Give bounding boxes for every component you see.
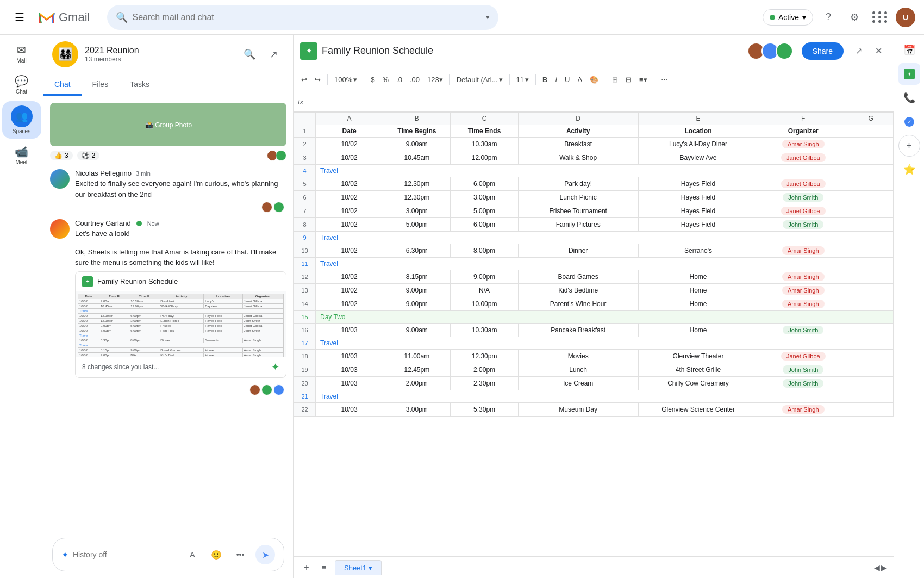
data-cell-e[interactable]: Glenview Science Center <box>638 403 758 417</box>
sheet-menu-button[interactable]: ≡ <box>317 561 330 574</box>
data-cell-d[interactable]: Lunch <box>518 363 638 377</box>
organizer-cell[interactable]: Janet Gilboa <box>758 151 848 165</box>
data-cell-a[interactable]: 10/02 <box>316 177 383 191</box>
header-cell-e[interactable]: Location <box>638 125 758 138</box>
organizer-cell[interactable]: Amar Singh <box>758 284 848 297</box>
organizer-cell[interactable]: Janet Gilboa <box>758 204 848 218</box>
scroll-right-icon[interactable]: ▶ <box>881 563 887 572</box>
data-cell-e[interactable]: Hayes Field <box>638 191 758 204</box>
data-cell-b[interactable]: 10.45am <box>383 151 451 165</box>
data-cell-d[interactable]: Kid's Bedtime <box>518 284 638 297</box>
data-cell-d[interactable]: Frisbee Tournament <box>518 204 638 218</box>
font-selector[interactable]: Default (Ari... ▾ <box>453 72 506 88</box>
data-cell-e[interactable]: Bayview Ave <box>638 151 758 165</box>
data-cell-c[interactable]: 12.00pm <box>451 151 518 165</box>
table-row[interactable]: 310/0210.45am12.00pmWalk & ShopBayview A… <box>294 151 894 165</box>
magic-compose-icon[interactable]: ✦ <box>61 550 68 560</box>
reaction-soccer[interactable]: ⚽ 2 <box>77 151 100 160</box>
data-cell-b[interactable]: 12.30pm <box>383 191 451 204</box>
organizer-cell[interactable]: Janet Gilboa <box>758 177 848 191</box>
data-cell-d[interactable]: Ice Cream <box>518 377 638 390</box>
data-cell-c[interactable]: 2.00pm <box>451 363 518 377</box>
data-cell-c[interactable]: 8.00pm <box>451 244 518 258</box>
tab-tasks[interactable]: Tasks <box>119 74 160 96</box>
data-cell-b[interactable]: 8.15pm <box>383 270 451 284</box>
percent-button[interactable]: % <box>379 72 392 88</box>
data-cell-b[interactable]: 9.00pm <box>383 284 451 297</box>
chat-popout-button[interactable]: ↗ <box>263 43 284 65</box>
close-sheet-button[interactable]: ✕ <box>870 42 887 60</box>
data-cell-b[interactable]: 11.00am <box>383 350 451 363</box>
data-cell-d[interactable]: Movies <box>518 350 638 363</box>
add-sheet-button[interactable]: + <box>300 561 313 574</box>
organizer-cell[interactable]: John Smith <box>758 218 848 232</box>
data-cell-b[interactable]: 2.00pm <box>383 377 451 390</box>
data-cell-d[interactable]: Parent's Wine Hour <box>518 297 638 311</box>
reaction-thumbs[interactable]: 👍 3 <box>50 151 73 160</box>
col-header-b[interactable]: B <box>383 113 451 125</box>
table-row[interactable]: 2010/032.00pm2.30pmIce CreamChilly Cow C… <box>294 377 894 390</box>
right-tasks-icon[interactable]: ✓ <box>898 111 920 133</box>
fillcolor-button[interactable]: 🎨 <box>586 72 602 88</box>
data-cell-c[interactable]: 5.30pm <box>451 403 518 417</box>
right-star-icon[interactable]: ⭐ <box>898 159 920 181</box>
gmail-logo[interactable]: Gmail <box>37 8 90 27</box>
table-row[interactable]: 1010/026.30pm8.00pmDinnerSerrano'sAmar S… <box>294 244 894 258</box>
redo-button[interactable]: ↪ <box>311 72 324 88</box>
data-cell-a[interactable]: 10/02 <box>316 244 383 258</box>
scroll-left-icon[interactable]: ◀ <box>874 563 880 572</box>
data-cell-a[interactable]: 10/02 <box>316 284 383 297</box>
search-dropdown-icon[interactable]: ▾ <box>486 13 490 21</box>
table-row[interactable]: 710/023.00pm5.00pmFrisbee TournamentHaye… <box>294 204 894 218</box>
data-cell-e[interactable]: Chilly Cow Creamery <box>638 377 758 390</box>
data-cell-a[interactable]: 10/02 <box>316 151 383 165</box>
data-cell-d[interactable]: Museum Day <box>518 403 638 417</box>
textcolor-button[interactable]: A <box>574 72 585 88</box>
table-row[interactable]: 610/0212.30pm3.00pmLunch PicnicHayes Fie… <box>294 191 894 204</box>
data-cell-d[interactable]: Dinner <box>518 244 638 258</box>
sidebar-item-mail[interactable]: ✉ Mail <box>2 39 41 68</box>
right-sheets-icon[interactable]: ✦ <box>898 63 920 85</box>
decimal0-button[interactable]: .0 <box>393 72 405 88</box>
table-row[interactable]: 9Travel <box>294 232 894 244</box>
numformat-button[interactable]: 123▾ <box>424 72 446 88</box>
zoom-button[interactable]: 100% ▾ <box>331 72 360 88</box>
emoji-button[interactable]: 🙂 <box>205 544 227 565</box>
data-cell-e[interactable]: Home <box>638 324 758 337</box>
merge-button[interactable]: ⊟ <box>622 72 635 88</box>
table-row[interactable]: 1210/028.15pm9.00pmBoard GamesHomeAmar S… <box>294 270 894 284</box>
table-row[interactable]: 2210/033.00pm5.30pmMuseum DayGlenview Sc… <box>294 403 894 417</box>
active-status[interactable]: Active ▾ <box>763 9 813 26</box>
sheet-preview[interactable]: ✦ Family Reunion Schedule DateTime BTime… <box>75 271 286 378</box>
help-button[interactable]: ? <box>817 7 839 28</box>
table-row[interactable]: 1910/0312.45pm2.00pmLunch4th Street Gril… <box>294 363 894 377</box>
data-cell-c[interactable]: 9.00pm <box>451 270 518 284</box>
organizer-cell[interactable]: Amar Singh <box>758 270 848 284</box>
share-button[interactable]: Share <box>802 42 844 60</box>
sidebar-item-meet[interactable]: 📹 Meet <box>2 141 41 170</box>
user-avatar[interactable]: U <box>896 8 915 27</box>
organizer-cell[interactable]: Amar Singh <box>758 244 848 258</box>
table-row[interactable]: 210/029.00am10.30amBreakfastLucy's All-D… <box>294 138 894 151</box>
align-button[interactable]: ≡▾ <box>636 72 651 88</box>
table-row[interactable]: 1410/029.00pm10.00pmParent's Wine HourHo… <box>294 297 894 311</box>
data-cell-d[interactable]: Pancake Breakfast <box>518 324 638 337</box>
data-cell-b[interactable]: 9.00am <box>383 138 451 151</box>
menu-icon[interactable]: ☰ <box>9 7 30 28</box>
data-cell-e[interactable]: Serrano's <box>638 244 758 258</box>
data-cell-d[interactable]: Park day! <box>518 177 638 191</box>
chat-search-button[interactable]: 🔍 <box>239 43 260 65</box>
bold-button[interactable]: B <box>539 72 551 88</box>
undo-button[interactable]: ↩ <box>298 72 310 88</box>
data-cell-e[interactable]: Glenview Theater <box>638 350 758 363</box>
col-header-e[interactable]: E <box>638 113 758 125</box>
sidebar-item-spaces[interactable]: 👥 Spaces <box>2 101 41 139</box>
data-cell-a[interactable]: 10/02 <box>316 297 383 311</box>
organizer-cell[interactable]: Janet Gilboa <box>758 350 848 363</box>
data-cell-a[interactable]: 10/03 <box>316 350 383 363</box>
data-cell-c[interactable]: 3.00pm <box>451 191 518 204</box>
data-cell-b[interactable]: 12.45pm <box>383 363 451 377</box>
data-cell-c[interactable]: 2.30pm <box>451 377 518 390</box>
open-in-new-button[interactable]: ↗ <box>850 42 867 60</box>
data-cell-b[interactable]: 5.00pm <box>383 218 451 232</box>
